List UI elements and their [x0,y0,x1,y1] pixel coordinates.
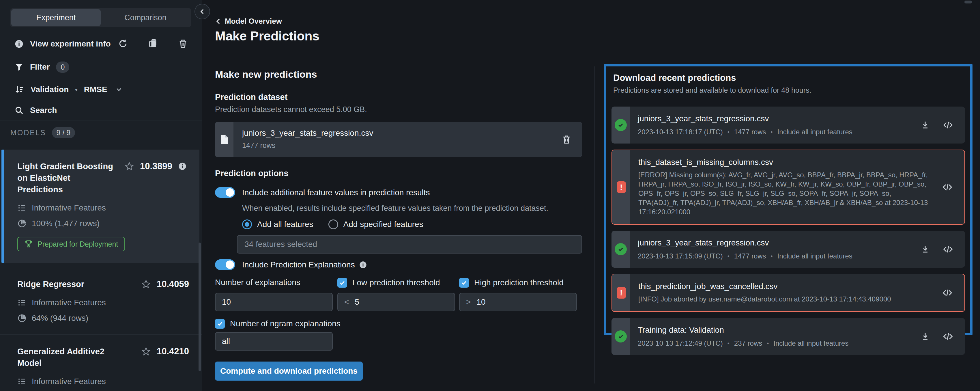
sort-metric-label: RMSE [84,85,107,94]
low-threshold-value: 5 [355,297,359,307]
prediction-filename: this_prediction_job_was_cancelled.csv [638,282,937,291]
sample-size-label: 100% (1,477 rows) [32,219,100,228]
features-select[interactable]: 34 features selected [237,235,582,254]
dataset-heading: Prediction dataset [215,93,288,102]
collapse-icon [199,8,206,15]
tab-comparison[interactable]: Comparison [101,9,190,26]
model-metric: 10.3899 [140,161,172,172]
chevron-left-icon [215,18,222,25]
explanations-count-label: Number of explanations [215,278,301,287]
check-circle-icon [615,243,627,255]
error-icon: ! [617,287,626,298]
ngram-checkbox[interactable] [215,319,225,329]
filter-icon [14,62,24,72]
sidebar-scrollbar[interactable] [199,243,201,371]
content-scrollbar-track[interactable] [595,66,595,383]
model-card[interactable]: Ridge Regressor 10.4059 Informative Feat… [0,267,202,335]
radio-add-specified-features[interactable]: Add specified features [328,219,423,229]
feature-scope-radios: Add all features Add specified features [242,219,423,229]
prediction-info: this_dataset_is_missing_columns.csv [ERR… [630,150,942,224]
trash-icon[interactable] [178,39,188,48]
include-explanations-toggle-row: Include Prediction Explanations [215,259,367,270]
search-control[interactable]: Search [14,104,57,117]
feature-list-icon [18,377,27,386]
prediction-rowcount: 237 rows [734,339,762,347]
include-features-toggle[interactable] [215,187,235,198]
low-threshold-input[interactable]: < 5 [337,293,455,311]
pie-icon [18,314,27,323]
dataset-icon-strip [215,122,234,157]
model-card-selected[interactable]: Light Gradient Boosting on ElasticNet Pr… [2,150,199,263]
file-icon [220,134,229,144]
meta-separator: • [727,340,730,347]
compute-download-button[interactable]: Compute and download predictions [215,362,363,381]
low-threshold-checkbox-row[interactable]: Low prediction threshold [337,278,440,287]
sample-size-label: 64% (944 rows) [32,314,88,323]
include-features-toggle-row: Include additional feature values in pre… [215,187,430,198]
status-strip: ! [612,274,630,311]
prediction-dataset-card: juniors_3_year_stats_regression.csv 1477… [215,122,582,157]
refresh-icon[interactable] [118,39,128,48]
view-experiment-info[interactable]: View experiment info [14,38,111,50]
filter-label: Filter [30,62,49,72]
explanations-count-value: 10 [222,297,231,307]
download-icon[interactable] [921,332,930,341]
info-icon [14,39,24,48]
prediction-info: juniors_3_year_stats_regression.csv 2023… [630,231,921,268]
meta-separator: • [771,129,773,136]
high-threshold-checkbox-row[interactable]: High prediction threshold [459,278,563,287]
prepared-for-deployment-badge: Prepared for Deployment [18,237,125,251]
star-icon[interactable] [141,346,151,356]
less-than-prefix: < [344,297,349,307]
search-icon [14,106,24,115]
code-icon[interactable] [943,332,953,342]
prediction-note: Include all input features [778,252,853,260]
copy-icon[interactable] [148,39,158,48]
info-icon[interactable] [359,261,367,269]
star-icon[interactable] [141,279,151,289]
collapse-sidebar-button[interactable] [194,4,210,19]
filter-control[interactable]: Filter 0 [14,61,69,73]
download-icon[interactable] [921,244,930,254]
feature-list-label: Informative Features [32,203,106,212]
model-name: Light Gradient Boosting on ElasticNet Pr… [18,161,124,195]
ngram-input[interactable]: all [215,332,333,351]
check-circle-icon [615,330,627,343]
download-icon[interactable] [921,120,930,130]
deploy-badge-label: Prepared for Deployment [38,240,118,248]
dataset-note: Prediction datasets cannot exceed 5.00 G… [215,105,367,114]
page-scrollbar-thumb[interactable] [964,1,972,3]
form-heading: Make new predictions [215,69,317,80]
sort-control[interactable]: Validation • RMSE [14,83,123,96]
ngram-checkbox-row[interactable]: Number of ngram explanations [215,319,340,329]
recent-predictions-list: juniors_3_year_stats_regression.csv 2023… [611,107,965,355]
high-threshold-label: High prediction threshold [474,278,563,287]
status-strip: ! [612,150,630,224]
metric-info-icon[interactable] [178,162,187,171]
include-explanations-toggle[interactable] [215,259,235,270]
model-list: Light Gradient Boosting on ElasticNet Pr… [0,144,202,391]
low-threshold-checkbox[interactable] [337,278,347,287]
breadcrumb[interactable]: Model Overview [215,17,282,26]
meta-separator: • [771,253,773,260]
model-name: Ridge Regressor [18,278,141,290]
include-explanations-label: Include Prediction Explanations [242,260,355,270]
model-card[interactable]: Generalized Additive2 Model 10.4210 Info… [0,335,202,391]
prediction-info: this_prediction_job_was_cancelled.csv [I… [630,274,942,311]
code-icon[interactable] [942,288,952,298]
remove-dataset-button[interactable] [562,122,582,157]
features-select-value: 34 features selected [244,240,317,249]
high-threshold-input[interactable]: > 10 [459,293,577,311]
code-icon[interactable] [943,120,953,130]
high-threshold-checkbox[interactable] [459,278,469,287]
code-icon[interactable] [942,182,952,192]
ngram-label: Number of ngram explanations [230,319,340,328]
prediction-timestamp: 2023-10-13 17:18:17 (UTC) [638,128,723,136]
explanations-count-input[interactable]: 10 [215,293,333,311]
star-icon[interactable] [124,161,134,171]
breadcrumb-label: Model Overview [225,17,282,26]
radio-add-all-features[interactable]: Add all features [242,219,313,229]
tab-experiment[interactable]: Experiment [11,9,101,26]
dataset-info: juniors_3_year_stats_regression.csv 1477… [234,122,562,157]
code-icon[interactable] [943,244,953,254]
